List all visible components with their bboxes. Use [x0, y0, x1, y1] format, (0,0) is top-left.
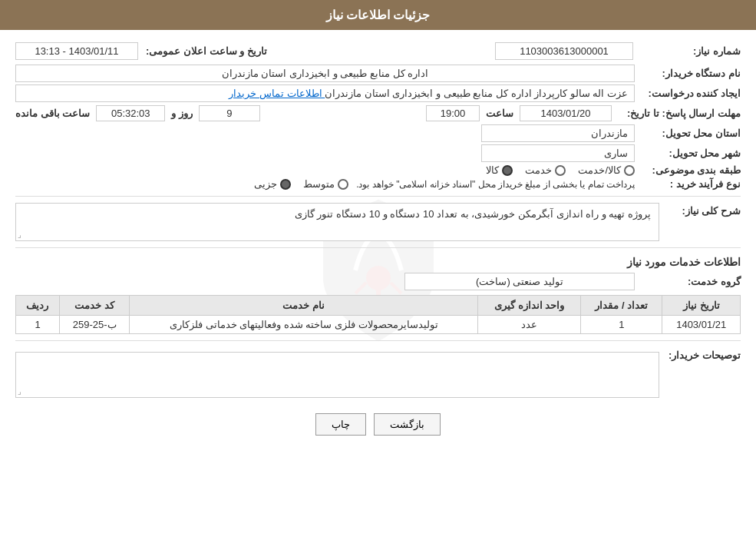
category-radio3-label: کالا/خدمت: [578, 164, 621, 176]
service-group-row: گروه خدمت: تولید صنعتی (ساخت): [15, 273, 741, 290]
services-section-label: اطلاعات خدمات مورد نیاز: [15, 256, 741, 268]
cell-service-name: تولیدسایرمحصولات فلزی ساخته شده وفعالیته…: [130, 316, 478, 334]
process-radio2-label: متوسط: [303, 178, 335, 190]
process-content: پرداخت تمام یا بخشی از مبلغ خریداز محل "…: [254, 178, 635, 190]
category-radio-goods-service[interactable]: کالا/خدمت: [578, 164, 635, 176]
print-button[interactable]: چاپ: [315, 413, 366, 436]
city-label: شهر محل تحویل:: [641, 147, 741, 159]
contact-link[interactable]: اطلاعات تماس خریدار: [229, 88, 325, 99]
category-radio-service[interactable]: خدمت: [525, 164, 566, 176]
need-number-row: شماره نیاز: 1103003613000001 تاریخ و ساع…: [15, 42, 741, 60]
service-group-label: گروه خدمت:: [641, 276, 741, 287]
description-value: پروژه تهیه و راه اندازی آبگرمکن خورشیدی،…: [15, 203, 659, 241]
divider-1: [15, 196, 741, 197]
response-time-label: ساعت: [486, 108, 513, 119]
back-button[interactable]: بازگشت: [374, 413, 441, 436]
category-label: طبقه بندی موضوعی:: [641, 164, 741, 176]
radio-goods-circle: [502, 165, 513, 176]
radio-minor-circle: [280, 179, 291, 190]
process-note: پرداخت تمام یا بخشی از مبلغ خریداز محل "…: [356, 179, 635, 190]
table-row: 1403/01/21 1 عدد تولیدسایرمحصولات فلزی س…: [16, 316, 741, 334]
process-radio1-label: جزیی: [254, 178, 277, 190]
process-row: نوع فرآیند خرید : پرداخت تمام یا بخشی از…: [15, 178, 741, 190]
response-date: 1403/01/20: [520, 105, 612, 121]
table-header-row: تاریخ نیاز تعداد / مقدار واحد اندازه گیر…: [16, 296, 741, 316]
description-row: شرح کلی نیاز: پروژه تهیه و راه اندازی آب…: [15, 203, 741, 241]
buyer-org-row: نام دستگاه خریدار: اداره کل منابع طبیعی …: [15, 65, 741, 82]
province-value: مازندران: [481, 124, 635, 142]
need-number-label: شماره نیاز:: [641, 45, 741, 57]
col-need-date: تاریخ نیاز: [662, 296, 741, 316]
buyer-org-value: اداره کل منابع طبیعی و ابخیزداری استان م…: [15, 65, 635, 82]
response-deadline-row: مهلت ارسال پاسخ: تا تاریخ: 1403/01/20 سا…: [15, 105, 741, 121]
buyer-org-label: نام دستگاه خریدار:: [641, 68, 741, 79]
description-text: پروژه تهیه و راه اندازی آبگرمکن خورشیدی،…: [295, 208, 651, 220]
creator-row: ایجاد کننده درخواست: عزت اله سالو کارپرد…: [15, 84, 741, 102]
resize-handle: ⌟: [18, 230, 21, 239]
buyer-comments-row: توصیحات خریدار: ⌟: [15, 347, 741, 398]
category-row: طبقه بندی موضوعی: کالا/خدمت خدمت کالا: [15, 164, 741, 176]
comments-box: ⌟: [15, 352, 659, 398]
category-radio2-label: خدمت: [525, 164, 552, 176]
service-group-value: تولید صنعتی (ساخت): [404, 273, 635, 290]
announce-datetime-value: 1403/01/11 - 13:13: [15, 42, 138, 60]
services-table: تاریخ نیاز تعداد / مقدار واحد اندازه گیر…: [15, 295, 741, 334]
announce-datetime-label: تاریخ و ساعت اعلان عمومی:: [146, 45, 267, 57]
need-number-value: 1103003613000001: [495, 42, 633, 60]
page-title: جزئیات اطلاعات نیاز: [326, 8, 431, 22]
col-row-num: ردیف: [16, 296, 60, 316]
remaining-label: روز و: [171, 108, 193, 119]
remaining-time: 05:32:03: [96, 105, 165, 121]
radio-service-circle: [555, 165, 566, 176]
process-label: نوع فرآیند خرید :: [641, 178, 741, 190]
divider-3: [15, 340, 741, 341]
process-radio-minor[interactable]: جزیی: [254, 178, 291, 190]
response-deadline-label: مهلت ارسال پاسخ: تا تاریخ:: [618, 108, 741, 119]
divider-2: [15, 247, 741, 248]
category-radio-group: کالا/خدمت خدمت کالا: [486, 164, 635, 176]
radio-medium-circle: [338, 179, 348, 190]
page-header: جزئیات اطلاعات نیاز: [0, 0, 756, 30]
category-radio1-label: کالا: [486, 164, 499, 176]
col-service-name: نام خدمت: [130, 296, 478, 316]
comments-resize: ⌟: [18, 387, 21, 396]
page-wrapper: جزئیات اطلاعات نیاز شماره نیاز: 11030036…: [0, 0, 756, 540]
description-container: پروژه تهیه و راه اندازی آبگرمکن خورشیدی،…: [15, 203, 659, 241]
city-row: شهر محل تحویل: ساری: [15, 144, 741, 162]
footer-buttons: بازگشت چاپ: [15, 413, 741, 436]
cell-need-date: 1403/01/21: [662, 316, 741, 334]
city-value: ساری: [481, 144, 635, 162]
creator-label: ایجاد کننده درخواست:: [641, 88, 741, 99]
description-section-label: شرح کلی نیاز:: [664, 203, 741, 217]
process-radio-medium[interactable]: متوسط: [303, 178, 348, 190]
response-time: 19:00: [426, 105, 480, 121]
province-row: استان محل تحویل: مازندران: [15, 124, 741, 142]
category-radio-goods[interactable]: کالا: [486, 164, 513, 176]
province-label: استان محل تحویل:: [641, 128, 741, 139]
main-content: شماره نیاز: 1103003613000001 تاریخ و ساع…: [0, 30, 756, 443]
cell-quantity: 1: [581, 316, 662, 334]
col-unit: واحد اندازه گیری: [478, 296, 581, 316]
buyer-comments-label: توصیحات خریدار:: [664, 347, 741, 361]
creator-text: عزت اله سالو کارپرداز اداره کل منابع طبی…: [325, 88, 628, 99]
remaining-days: 9: [199, 105, 260, 121]
cell-service-code: ب-25-259: [59, 316, 129, 334]
cell-unit: عدد: [478, 316, 581, 334]
col-service-code: کد خدمت: [59, 296, 129, 316]
radio-goods-service-circle: [624, 165, 635, 176]
process-radio-group: متوسط جزیی: [254, 178, 348, 190]
remaining-time-label: ساعت باقی مانده: [15, 108, 90, 119]
comments-container: ⌟: [15, 347, 659, 398]
creator-value: عزت اله سالو کارپرداز اداره کل منابع طبی…: [15, 84, 635, 102]
cell-row-num: 1: [16, 316, 60, 334]
col-quantity: تعداد / مقدار: [581, 296, 662, 316]
